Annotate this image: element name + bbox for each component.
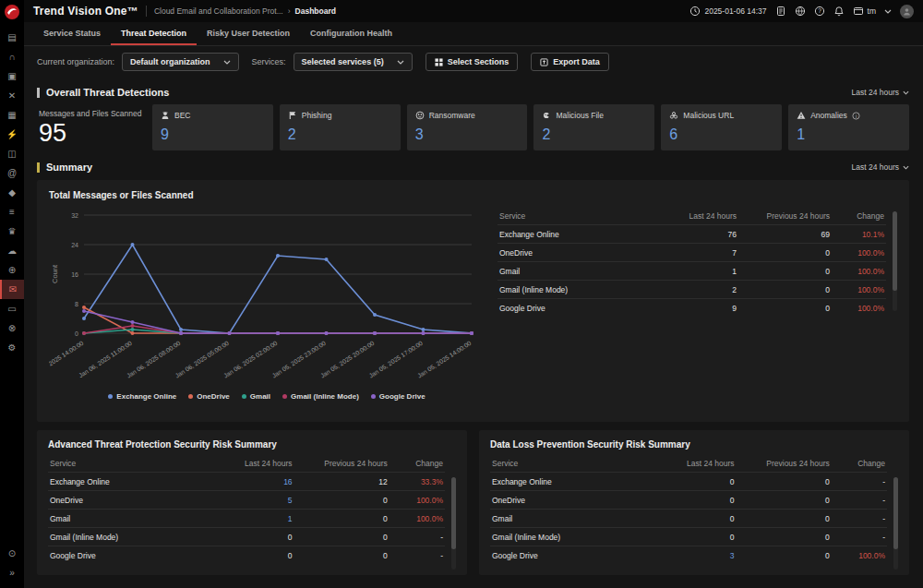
sidebar-item-identity-security[interactable]: ◆ — [0, 183, 24, 202]
trend-micro-logo[interactable] — [4, 4, 20, 20]
last24-cell[interactable]: 3 — [649, 546, 737, 565]
sidebar-item-snapshot[interactable]: ▣ — [0, 66, 24, 86]
sidebar-item-service-gateway[interactable]: ⊕ — [0, 260, 24, 280]
ransomware-card[interactable]: Ransomware 3 — [407, 104, 528, 150]
sidebar-item-search[interactable]: @ — [0, 163, 24, 183]
service-cell: OneDrive — [497, 244, 653, 262]
sidebar-item-expand-sidebar[interactable]: » — [0, 563, 24, 582]
sidebar-item-dashboards[interactable]: ▤ — [0, 28, 24, 47]
table-row[interactable]: Gmail10100.0% — [48, 510, 445, 528]
summary-time-range-dropdown[interactable]: Last 24 hours — [851, 162, 909, 172]
last24-cell[interactable]: 5 — [207, 491, 294, 510]
release-notes-icon[interactable] — [775, 6, 786, 17]
tab-threat-detection[interactable]: Threat Detection — [111, 22, 197, 45]
help-icon[interactable]: ? — [814, 6, 825, 17]
sidebar-item-case-management[interactable]: ⊙ — [0, 544, 24, 563]
malicious-url-card[interactable]: Malicious URL 6 — [661, 104, 782, 150]
table-row[interactable]: Gmail00- — [490, 510, 887, 528]
breadcrumb-parent[interactable]: Cloud Email and Collaboration Prot... — [154, 6, 283, 16]
summary-header: Summary Last 24 hours — [37, 158, 909, 176]
table-row[interactable]: Google Drive00- — [48, 546, 445, 565]
table-row[interactable]: Gmail10100.0% — [497, 262, 886, 281]
last24-cell[interactable]: 1 — [207, 510, 294, 528]
info-icon[interactable]: i — [852, 112, 860, 120]
legend-item[interactable]: Gmail — [242, 392, 270, 401]
bec-count[interactable]: 9 — [161, 127, 265, 142]
tab-configuration-health[interactable]: Configuration Health — [300, 22, 402, 45]
sidebar-item-email-collaboration-security[interactable]: ✉ — [0, 280, 24, 299]
bec-card[interactable]: BEC 9 — [152, 104, 273, 150]
table-row[interactable]: Gmail (Inline Mode)00- — [48, 528, 445, 546]
table-row[interactable]: Gmail (Inline Mode)20100.0% — [497, 281, 886, 299]
svg-text:?: ? — [818, 7, 821, 14]
sidebar-item-xdr[interactable]: ✕ — [0, 86, 24, 105]
phishing-card[interactable]: Phishing 2 — [280, 104, 401, 150]
table-row[interactable]: Google Drive30100.0% — [490, 546, 887, 565]
sidebar-item-endpoint-security[interactable]: ▭ — [0, 299, 24, 318]
chevron-down-icon[interactable] — [884, 9, 892, 14]
legend-item[interactable]: OneDrive — [188, 392, 230, 401]
summary-table-scrollbar[interactable] — [893, 211, 897, 311]
malicious-url-count[interactable]: 6 — [669, 127, 773, 142]
phishing-count[interactable]: 2 — [288, 127, 392, 142]
notifications-bell-icon[interactable] — [833, 6, 845, 17]
col-prev24: Previous 24 hours — [737, 455, 832, 473]
organization-dropdown[interactable]: Default organization — [122, 53, 239, 71]
main-content: Overall Threat Detections Last 24 hours … — [24, 78, 923, 588]
console-switcher[interactable]: tm — [853, 6, 876, 17]
service-cell: Gmail (Inline Mode) — [497, 281, 653, 299]
sidebar-item-attack-surface[interactable]: ∩ — [0, 47, 24, 66]
legend-item[interactable]: Exchange Online — [108, 392, 176, 401]
service-cell: Gmail — [48, 510, 207, 528]
datetime-display: 2025-01-06 14:37 — [689, 6, 766, 17]
malicious-file-count[interactable]: 2 — [542, 127, 646, 142]
user-avatar[interactable] — [900, 5, 914, 18]
atp-table-scrollbar[interactable] — [451, 477, 456, 570]
table-row[interactable]: Exchange Online00- — [490, 473, 887, 491]
sidebar-item-administration[interactable]: ⚙ — [0, 338, 24, 357]
export-data-button[interactable]: Export Data — [531, 53, 609, 71]
services-dropdown[interactable]: Selected services (5) — [294, 53, 413, 71]
legend-item[interactable]: Gmail (Inline Mode) — [282, 392, 359, 401]
tab-service-status[interactable]: Service Status — [33, 22, 111, 45]
col-service: Service — [497, 208, 653, 225]
sidebar-item-playbooks[interactable]: ▦ — [0, 105, 24, 125]
lightning-icon: ⚡ — [6, 129, 18, 139]
ransomware-count[interactable]: 3 — [415, 127, 520, 142]
sidebar-item-cloud-security[interactable]: ☁ — [0, 241, 24, 260]
sidebar-item-assets[interactable]: ◫ — [0, 144, 24, 163]
globe-icon[interactable] — [795, 6, 806, 17]
tab-risky-user-detection[interactable]: Risky User Detection — [197, 22, 300, 45]
table-row[interactable]: Gmail (Inline Mode)00- — [490, 528, 887, 546]
prev24-cell: 0 — [737, 546, 832, 565]
legend-item[interactable]: Google Drive — [371, 392, 426, 401]
scrollbar-thumb[interactable] — [893, 211, 897, 291]
scrollbar-thumb[interactable] — [893, 477, 898, 549]
sidebar-item-network-security[interactable]: ⊗ — [0, 318, 24, 338]
table-row[interactable]: OneDrive50100.0% — [48, 491, 445, 510]
malicious-file-card[interactable]: Malicious File 2 — [533, 104, 654, 150]
sidebar-item-threat-intel[interactable]: ≡ — [0, 202, 24, 222]
table-row[interactable]: OneDrive00- — [490, 491, 887, 510]
sidebar-item-automation[interactable]: ⚡ — [0, 125, 24, 144]
table-row[interactable]: Google Drive90100.0% — [497, 299, 886, 318]
overall-time-range-dropdown[interactable]: Last 24 hours — [851, 88, 909, 97]
organization-value: Default organization — [130, 57, 210, 66]
select-sections-button[interactable]: Select Sections — [426, 53, 519, 71]
table-row[interactable]: Exchange Online161233.3% — [48, 473, 445, 491]
svg-text:24: 24 — [71, 242, 78, 248]
filters-toolbar: Current organization: Default organizati… — [24, 46, 923, 78]
table-row[interactable]: OneDrive70100.0% — [497, 244, 886, 262]
dlp-table-scrollbar[interactable] — [893, 477, 898, 570]
last24-cell[interactable]: 16 — [207, 473, 294, 491]
scrollbar-thumb[interactable] — [451, 477, 456, 549]
prev24-cell: 0 — [738, 281, 832, 299]
anomalies-count[interactable]: 1 — [797, 127, 901, 142]
sidebar-item-management[interactable]: ♛ — [0, 222, 24, 241]
change-cell: 10.1% — [832, 225, 886, 244]
service-cell: Google Drive — [48, 546, 207, 565]
line-chart[interactable]: 08162432CountJan 06, 2025 14:00:00Jan 06… — [49, 206, 485, 389]
table-row[interactable]: Exchange Online766910.1% — [497, 225, 886, 244]
anomalies-card[interactable]: Anomalies i 1 — [788, 104, 909, 150]
change-cell: - — [390, 546, 445, 565]
